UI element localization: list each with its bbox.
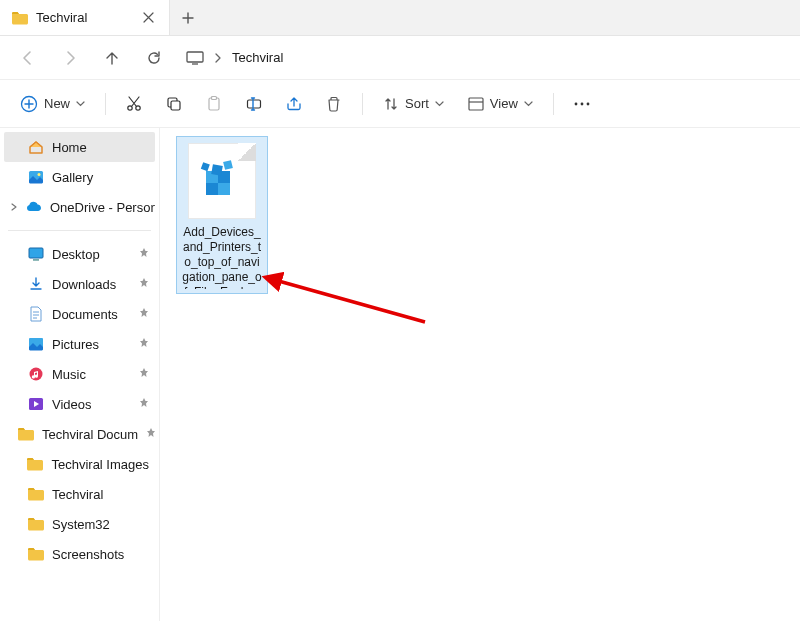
sidebar-item-label: OneDrive - Persona: [50, 200, 155, 215]
address-bar: Techviral: [0, 36, 800, 80]
close-icon[interactable]: [139, 9, 157, 27]
svg-rect-22: [218, 183, 230, 195]
sidebar-item-techviral[interactable]: Techviral: [4, 479, 155, 509]
sidebar-item-system32[interactable]: System32: [4, 509, 155, 539]
navigation-pane: Home Gallery OneDrive - Persona DesktopD…: [0, 128, 160, 621]
svg-point-14: [38, 173, 41, 176]
svg-rect-26: [223, 160, 233, 170]
svg-line-28: [275, 280, 425, 322]
breadcrumb-current[interactable]: Techviral: [232, 50, 283, 65]
sidebar-item-label: Gallery: [52, 170, 93, 185]
sidebar-item-documents[interactable]: Documents: [4, 299, 155, 329]
svg-point-10: [574, 102, 577, 105]
share-button[interactable]: [276, 87, 312, 121]
home-icon: [28, 139, 44, 155]
sidebar-item-onedrive[interactable]: OneDrive - Persona: [4, 192, 155, 222]
new-button[interactable]: New: [10, 87, 95, 121]
chevron-down-icon: [524, 101, 533, 107]
svg-point-19: [30, 368, 43, 381]
tab-active[interactable]: Techviral: [0, 0, 170, 35]
cut-button[interactable]: [116, 87, 152, 121]
gallery-icon: [28, 169, 44, 185]
documents-icon: [28, 306, 44, 322]
svg-rect-21: [206, 183, 218, 195]
pin-icon: [139, 398, 149, 410]
paste-button[interactable]: [196, 87, 232, 121]
copy-button[interactable]: [156, 87, 192, 121]
tab-bar: Techviral: [0, 0, 800, 36]
desktop-icon: [28, 246, 44, 262]
registry-file-icon: [188, 143, 256, 219]
separator: [553, 93, 554, 115]
sidebar-item-techviral-docum[interactable]: Techviral Docum: [4, 419, 155, 449]
more-button[interactable]: [564, 87, 600, 121]
folder-icon: [27, 456, 43, 472]
sidebar-item-label: Pictures: [52, 337, 99, 352]
sidebar-item-label: Downloads: [52, 277, 116, 292]
svg-rect-15: [29, 248, 43, 258]
sidebar-item-label: Techviral Images: [51, 457, 149, 472]
pictures-icon: [28, 336, 44, 352]
sidebar-item-label: Desktop: [52, 247, 100, 262]
folder-icon: [12, 10, 28, 26]
svg-rect-0: [187, 52, 203, 62]
sidebar-item-videos[interactable]: Videos: [4, 389, 155, 419]
pin-icon: [139, 338, 149, 350]
onedrive-icon: [26, 199, 42, 215]
delete-button[interactable]: [316, 87, 352, 121]
chevron-down-icon: [435, 101, 444, 107]
items-view[interactable]: Add_Devices_and_Printers_to_top_of_navig…: [160, 128, 800, 621]
rename-button[interactable]: [236, 87, 272, 121]
svg-point-12: [586, 102, 589, 105]
refresh-button[interactable]: [138, 42, 170, 74]
folder-icon: [28, 516, 44, 532]
pc-icon: [186, 51, 204, 65]
pin-icon: [139, 308, 149, 320]
sidebar-item-home[interactable]: Home: [4, 132, 155, 162]
new-label: New: [44, 96, 70, 111]
back-button[interactable]: [12, 42, 44, 74]
file-name-label: Add_Devices_and_Printers_to_top_of_navig…: [181, 225, 263, 289]
sidebar-item-music[interactable]: Music: [4, 359, 155, 389]
svg-rect-17: [33, 259, 39, 261]
music-icon: [28, 366, 44, 382]
pin-icon: [139, 368, 149, 380]
pin-icon: [139, 248, 149, 260]
svg-rect-7: [212, 96, 217, 99]
up-button[interactable]: [96, 42, 128, 74]
svg-rect-27: [201, 162, 210, 171]
forward-button[interactable]: [54, 42, 86, 74]
sidebar-item-label: Videos: [52, 397, 92, 412]
downloads-icon: [28, 276, 44, 292]
annotation-arrow: [260, 272, 440, 332]
sidebar-item-gallery[interactable]: Gallery: [4, 162, 155, 192]
view-label: View: [490, 96, 518, 111]
breadcrumb[interactable]: Techviral: [180, 50, 788, 65]
chevron-right-icon[interactable]: [10, 203, 18, 211]
separator: [362, 93, 363, 115]
folder-icon: [18, 426, 34, 442]
sidebar-item-label: Documents: [52, 307, 118, 322]
svg-rect-25: [211, 164, 223, 176]
view-button[interactable]: View: [458, 87, 543, 121]
sort-button[interactable]: Sort: [373, 87, 454, 121]
sidebar-item-techviral-images[interactable]: Techviral Images: [4, 449, 155, 479]
sidebar-item-label: Music: [52, 367, 86, 382]
new-tab-button[interactable]: [170, 0, 206, 35]
svg-rect-9: [469, 98, 483, 110]
chevron-right-icon: [214, 53, 222, 63]
sidebar-item-desktop[interactable]: Desktop: [4, 239, 155, 269]
sidebar-item-label: Screenshots: [52, 547, 124, 562]
tab-title: Techviral: [36, 10, 131, 25]
pin-icon: [146, 428, 155, 440]
sidebar-item-downloads[interactable]: Downloads: [4, 269, 155, 299]
command-bar: New Sort View: [0, 80, 800, 128]
sidebar-item-screenshots[interactable]: Screenshots: [4, 539, 155, 569]
videos-icon: [28, 396, 44, 412]
svg-point-11: [580, 102, 583, 105]
svg-rect-5: [171, 101, 180, 110]
sidebar-item-pictures[interactable]: Pictures: [4, 329, 155, 359]
sidebar-item-label: System32: [52, 517, 110, 532]
svg-rect-8: [248, 100, 261, 108]
file-item-registry[interactable]: Add_Devices_and_Printers_to_top_of_navig…: [176, 136, 268, 294]
